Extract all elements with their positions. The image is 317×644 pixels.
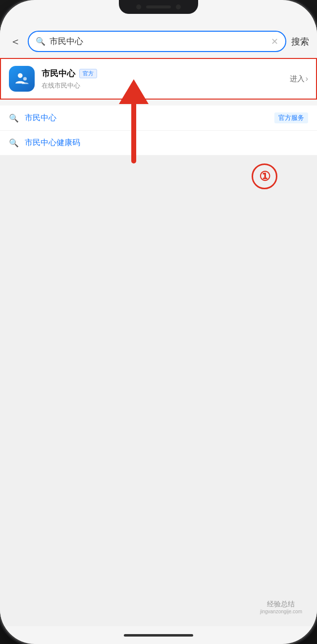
suggestion-item-2[interactable]: 🔍 市民中心健康码: [0, 131, 317, 156]
card-title: 市民中心: [42, 68, 75, 79]
clear-button[interactable]: ✕: [271, 36, 278, 47]
enter-label: 进入: [290, 74, 305, 84]
notch-bar: [0, 0, 317, 25]
app-icon-svg: [14, 71, 30, 87]
chevron-icon: ›: [306, 74, 308, 83]
home-indicator-area: [0, 626, 317, 644]
search-icon: 🔍: [36, 37, 46, 46]
svg-point-1: [23, 77, 27, 80]
svg-point-0: [18, 73, 23, 78]
suggestion-text-1: 市民中心: [25, 113, 268, 123]
search-bar-row: ＜ 🔍 市民中心 ✕ 搜索: [0, 25, 317, 58]
notch-pill: [146, 5, 171, 8]
suggestions-area: 🔍 市民中心 官方服务 🔍 市民中心健康码: [0, 104, 317, 156]
screen: ＜ 🔍 市民中心 ✕ 搜索: [0, 25, 317, 626]
suggestion-search-icon-2: 🔍: [9, 138, 19, 148]
suggestion-item-1[interactable]: 🔍 市民中心 官方服务: [0, 106, 317, 131]
card-subtitle: 在线市民中心: [42, 81, 283, 90]
search-input-wrap[interactable]: 🔍 市民中心 ✕: [28, 31, 286, 52]
watermark: 经验总结 jingvanzongije.com: [260, 600, 302, 614]
enter-button[interactable]: 进入 ›: [290, 74, 308, 84]
watermark-en: jingvanzongije.com: [260, 609, 302, 614]
notch: [119, 0, 198, 14]
suggestion-tag-1: 官方服务: [274, 112, 308, 123]
back-button[interactable]: ＜: [8, 34, 23, 49]
suggestion-text-2: 市民中心健康码: [25, 138, 308, 148]
home-bar: [124, 634, 193, 637]
empty-area: [0, 156, 317, 626]
notch-dot-left: [136, 4, 141, 9]
card-info: 市民中心 官方 在线市民中心: [42, 68, 283, 90]
search-input[interactable]: 市民中心: [50, 36, 267, 47]
top-result-card[interactable]: 市民中心 官方 在线市民中心 进入 ›: [0, 58, 317, 100]
search-button[interactable]: 搜索: [291, 36, 309, 48]
notch-dot-right: [176, 4, 181, 9]
phone-frame: ＜ 🔍 市民中心 ✕ 搜索: [0, 0, 317, 644]
watermark-cn: 经验总结: [267, 600, 295, 609]
card-title-row: 市民中心 官方: [42, 68, 283, 79]
suggestion-search-icon-1: 🔍: [9, 113, 19, 123]
app-icon: [9, 66, 35, 92]
official-badge: 官方: [79, 69, 97, 78]
